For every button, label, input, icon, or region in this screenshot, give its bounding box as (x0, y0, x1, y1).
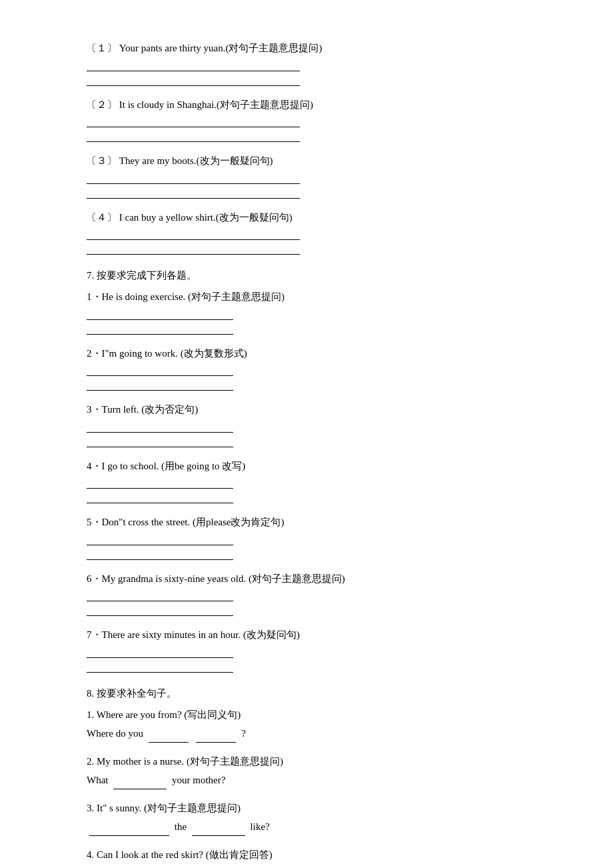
q1-text: 〔１〕 Your pants are thirty yuan.(对句子主题意思提… (87, 40, 526, 57)
q3-text: 〔３〕 They are my boots.(改为一般疑问句) (87, 153, 526, 170)
q3-answer-line-1[interactable] (87, 172, 300, 184)
section-8: 8. 按要求补全句子。 1. Where are you from? (写出同义… (87, 685, 526, 869)
q4-bracket: 〔４〕 (87, 212, 117, 223)
q1-answer-line-2[interactable] (87, 74, 300, 86)
s8-q1-text: 1. Where are you from? (写出同义句) (87, 707, 526, 724)
s7-q4: 4・I go to school. (用be going to 改写) (87, 458, 526, 504)
q4-text: 〔４〕 I can buy a yellow shirt.(改为一般疑问句) (87, 209, 526, 227)
s7-q3-line-1[interactable] (87, 421, 233, 433)
s7-q2: 2・I"m going to work. (改为复数形式) (87, 345, 526, 391)
q1-bracket: 〔１〕 (87, 43, 117, 53)
s7-q3-text: 3・Turn left. (改为否定句) (87, 401, 526, 419)
s7-q1-line-2[interactable] (87, 323, 233, 335)
q2-bracket: 〔２〕 (87, 99, 117, 110)
s7-q1: 1・He is doing exercise. (对句子主题意思提问) (87, 289, 526, 335)
s7-q2-line-1[interactable] (87, 364, 233, 376)
s7-q2-line-2[interactable] (87, 379, 233, 391)
q2-answer-line-2[interactable] (87, 130, 300, 142)
question-1: 〔１〕 Your pants are thirty yuan.(对句子主题意思提… (87, 40, 526, 86)
s8-q4: 4. Can I look at the red skirt? (做出肯定回答) (87, 847, 526, 869)
s8-q3-text: 3. It" s sunny. (对句子主题意思提问) (87, 800, 526, 817)
s8-q1: 1. Where are you from? (写出同义句) Where do … (87, 707, 526, 743)
s7-q1-text: 1・He is doing exercise. (对句子主题意思提问) (87, 289, 526, 306)
s8-q3-blank-2[interactable] (192, 835, 245, 836)
section-7-header: 7. 按要求完成下列各题。 (87, 267, 526, 285)
s8-q2-blank[interactable] (113, 789, 167, 789)
s7-q3: 3・Turn left. (改为否定句) (87, 401, 526, 447)
q3-bracket: 〔３〕 (87, 155, 117, 166)
s7-q5-line-1[interactable] (87, 533, 233, 545)
s7-q7-line-1[interactable] (87, 646, 233, 658)
q2-text: 〔２〕 It is cloudy in Shanghai.(对句子主题意思提问) (87, 97, 526, 114)
s7-q2-text: 2・I"m going to work. (改为复数形式) (87, 345, 526, 363)
q4-answer-line-2[interactable] (87, 243, 300, 255)
s7-q6: 6・My grandma is sixty-nine years old. (对… (87, 571, 526, 617)
s7-q4-line-1[interactable] (87, 477, 233, 489)
s7-q6-text: 6・My grandma is sixty-nine years old. (对… (87, 571, 526, 588)
q2-answer-line-1[interactable] (87, 115, 300, 127)
s7-q6-line-2[interactable] (87, 604, 233, 616)
section-8-header: 8. 按要求补全句子。 (87, 685, 526, 703)
s8-q4-text: 4. Can I look at the red skirt? (做出肯定回答) (87, 847, 526, 864)
s7-q6-line-1[interactable] (87, 589, 233, 601)
s8-q3: 3. It" s sunny. (对句子主题意思提问) the like? (87, 800, 526, 836)
section-7: 7. 按要求完成下列各题。 1・He is doing exercise. (对… (87, 267, 526, 673)
q3-answer-line-2[interactable] (87, 187, 300, 199)
s7-q1-line-1[interactable] (87, 308, 233, 320)
s7-q5-line-2[interactable] (87, 548, 233, 560)
section-6: 〔１〕 Your pants are thirty yuan.(对句子主题意思提… (87, 40, 526, 255)
s8-q1-answer: Where do you ? (87, 725, 526, 743)
q1-answer-line-1[interactable] (87, 59, 300, 71)
s7-q7-line-2[interactable] (87, 661, 233, 673)
s7-q4-text: 4・I go to school. (用be going to 改写) (87, 458, 526, 475)
question-3: 〔３〕 They are my boots.(改为一般疑问句) (87, 153, 526, 199)
s7-q5-text: 5・Don"t cross the street. (用please改为肯定句) (87, 514, 526, 531)
s7-q4-line-2[interactable] (87, 491, 233, 503)
s7-q7: 7・There are sixty minutes in an hour. (改… (87, 627, 526, 673)
s7-q3-line-2[interactable] (87, 435, 233, 447)
s8-q2: 2. My mother is a nurse. (对句子主题意思提问) Wha… (87, 753, 526, 789)
question-4: 〔４〕 I can buy a yellow shirt.(改为一般疑问句) (87, 209, 526, 255)
s8-q3-blank-1[interactable] (89, 835, 169, 836)
s8-q1-blank-1[interactable] (149, 742, 189, 743)
s8-q3-answer: the like? (87, 819, 526, 836)
s8-q2-text: 2. My mother is a nurse. (对句子主题意思提问) (87, 753, 526, 771)
s8-q1-blank-2[interactable] (196, 742, 236, 743)
s7-q7-text: 7・There are sixty minutes in an hour. (改… (87, 627, 526, 644)
s8-q4-line[interactable] (87, 865, 233, 868)
question-2: 〔２〕 It is cloudy in Shanghai.(对句子主题意思提问) (87, 97, 526, 143)
s7-q5: 5・Don"t cross the street. (用please改为肯定句) (87, 514, 526, 560)
s8-q2-answer: What your mother? (87, 772, 526, 789)
q4-answer-line-1[interactable] (87, 228, 300, 240)
